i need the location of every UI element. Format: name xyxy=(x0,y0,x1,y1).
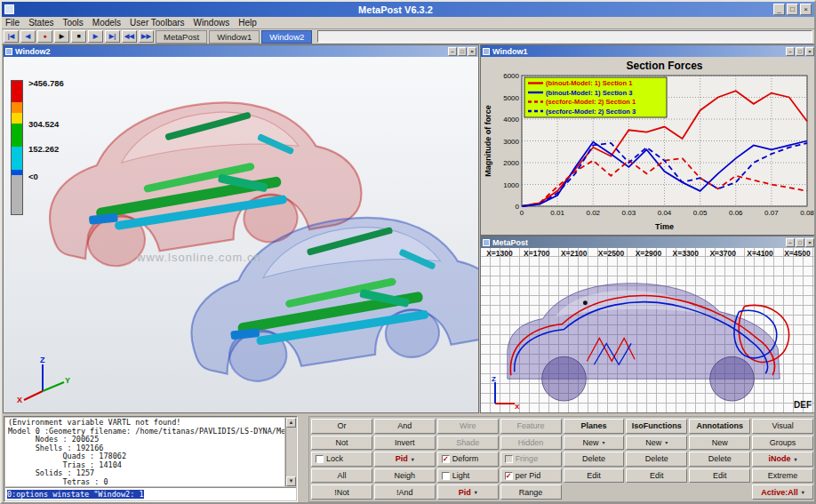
neigh-button[interactable]: Neigh xyxy=(374,468,436,484)
dropdown-arrow-icon[interactable]: ▾ xyxy=(412,456,414,462)
minimize-button[interactable]: _ xyxy=(773,4,785,15)
minimize-button[interactable]: – xyxy=(786,238,795,247)
first-state-button[interactable]: |◀ xyxy=(4,30,19,43)
new-button[interactable]: New▾ xyxy=(564,436,625,451)
stop-button[interactable]: ■ xyxy=(71,30,86,43)
console-scrollbar[interactable]: ▲ ▼ xyxy=(285,418,296,486)
menu-file[interactable]: File xyxy=(5,18,20,28)
control-label: Pid xyxy=(459,488,471,497)
range-button[interactable]: Range xyxy=(500,484,562,500)
last-state-button[interactable]: ▶| xyxy=(105,30,120,43)
dropdown-arrow-icon[interactable]: ▾ xyxy=(602,439,604,445)
close-button[interactable]: × xyxy=(800,4,812,15)
isofunctions-button[interactable]: IsoFunctions xyxy=(626,419,687,434)
dropdown-arrow-icon[interactable]: ▾ xyxy=(475,489,477,495)
all-button[interactable]: All xyxy=(311,468,372,484)
chart-area[interactable]: Section ForcesMagnitude of forceTime00.0… xyxy=(481,57,816,235)
checkbox-icon[interactable] xyxy=(316,455,324,463)
prev-state-button[interactable]: ◀ xyxy=(20,30,36,43)
dropdown-arrow-icon[interactable]: ▾ xyxy=(795,456,797,462)
delete-button[interactable]: Delete xyxy=(689,452,750,467)
lock-checkbox[interactable]: Lock xyxy=(311,452,372,467)
menu-windows[interactable]: Windows xyxy=(194,18,230,28)
close-button[interactable]: × xyxy=(805,238,814,247)
scroll-up-icon[interactable]: ▲ xyxy=(286,418,296,428)
maximize-button[interactable]: □ xyxy=(458,47,467,56)
menu-user-toolbars[interactable]: User Toolbars xyxy=(130,18,185,28)
maximize-button[interactable]: □ xyxy=(796,238,804,247)
delete-button[interactable]: Delete xyxy=(564,452,625,467)
new-button[interactable]: New xyxy=(689,436,750,451)
or-button[interactable]: Or xyxy=(311,419,372,434)
groups-button[interactable]: Groups xyxy=(752,436,813,451)
z-axis-label: Z xyxy=(492,375,496,383)
minimize-button[interactable]: – xyxy=(448,47,457,56)
svg-text:1000: 1000 xyxy=(503,181,519,189)
empty-cell xyxy=(564,484,625,500)
invert-button[interactable]: Invert xyxy=(374,436,436,451)
next-state-button[interactable]: ▶ xyxy=(88,30,103,43)
menu-states[interactable]: States xyxy=(28,18,53,28)
sideview-viewport[interactable]: X=1300X=1700X=2100X=2500X=2900X=3300X=37… xyxy=(481,248,816,412)
tab-window1[interactable]: Window1 xyxy=(209,30,260,44)
dropdown-arrow-icon[interactable]: ▾ xyxy=(802,489,804,495)
forward-button[interactable]: ▶▶ xyxy=(139,30,154,43)
legend-entry: (secforc-Model: 2) Section 3 xyxy=(546,108,636,116)
hidden-button[interactable]: Hidden xyxy=(500,436,562,451)
titlebar[interactable]: MetaPost V6.3.2 _□× xyxy=(2,2,814,17)
dropdown-arrow-icon[interactable]: ▾ xyxy=(665,439,668,445)
per-pid-checkbox[interactable]: ✓per Pid xyxy=(500,468,562,484)
checkbox-icon[interactable] xyxy=(442,472,450,480)
console-output[interactable]: (Environment variable VARTL not found!Mo… xyxy=(5,418,284,486)
close-button[interactable]: × xyxy=(805,47,814,56)
active-all-button[interactable]: Active:All▾ xyxy=(752,484,813,500)
close-button[interactable]: × xyxy=(468,47,476,56)
record-button[interactable]: ● xyxy=(37,30,52,43)
feature-button[interactable]: Feature xyxy=(500,419,562,434)
pane-metapost-titlebar[interactable]: MetaPost –□× xyxy=(481,236,816,248)
x-station-label: X=3700 xyxy=(709,249,736,258)
maximize-button[interactable]: □ xyxy=(787,4,798,15)
checkbox-icon[interactable]: ✓ xyxy=(505,472,513,480)
and-button[interactable]: !And xyxy=(374,484,436,500)
pane-window1-titlebar[interactable]: Window1 –□× xyxy=(481,45,816,57)
not-button[interactable]: Not xyxy=(311,436,372,451)
rewind-button[interactable]: ◀◀ xyxy=(122,30,137,43)
toolbar-entry-field[interactable] xyxy=(317,30,812,43)
annotations-button[interactable]: Annotations xyxy=(689,419,750,434)
play-button[interactable]: ▶ xyxy=(54,30,69,43)
planes-button[interactable]: Planes xyxy=(564,419,625,434)
edit-button[interactable]: Edit xyxy=(626,468,687,484)
checkbox-icon[interactable]: ✓ xyxy=(442,455,450,463)
control-label: Planes xyxy=(580,421,606,430)
tab-window2[interactable]: Window2 xyxy=(261,30,312,44)
extreme-button[interactable]: Extreme xyxy=(752,468,813,484)
new-button[interactable]: New▾ xyxy=(626,436,687,451)
tab-metapost[interactable]: MetaPost xyxy=(156,30,207,44)
pid-button[interactable]: Pid▾ xyxy=(437,484,499,500)
svg-text:0.08: 0.08 xyxy=(800,209,814,217)
minimize-button[interactable]: – xyxy=(786,47,795,56)
deform-checkbox[interactable]: ✓Deform xyxy=(437,452,499,467)
delete-button[interactable]: Delete xyxy=(626,452,687,467)
menu-help[interactable]: Help xyxy=(238,18,257,28)
inode-button[interactable]: iNode▾ xyxy=(752,452,813,467)
scroll-down-icon[interactable]: ▼ xyxy=(286,476,296,486)
command-line[interactable]: 0:options winstate "Window2: 1 xyxy=(5,487,296,500)
menu-tools[interactable]: Tools xyxy=(62,18,83,28)
light-checkbox[interactable]: Light xyxy=(437,468,499,484)
wire-button[interactable]: Wire xyxy=(437,419,499,434)
visual-button[interactable]: Visual xyxy=(752,419,813,434)
pid-button[interactable]: Pid▾ xyxy=(374,452,436,467)
maximize-button[interactable]: □ xyxy=(796,47,804,56)
viewport-3d[interactable]: >456.786304.524152.262<0 www.lsonline.co… xyxy=(4,57,478,412)
menu-models[interactable]: Models xyxy=(92,18,121,28)
not-button[interactable]: !Not xyxy=(311,484,372,500)
and-button[interactable]: And xyxy=(374,419,436,434)
shade-button[interactable]: Shade xyxy=(437,436,499,451)
pane-window2-titlebar[interactable]: Window2 –□× xyxy=(4,45,478,57)
edit-button[interactable]: Edit xyxy=(564,468,625,484)
edit-button[interactable]: Edit xyxy=(689,468,750,484)
fringe-checkbox[interactable]: Fringe xyxy=(500,452,562,467)
checkbox-icon[interactable] xyxy=(505,455,513,463)
